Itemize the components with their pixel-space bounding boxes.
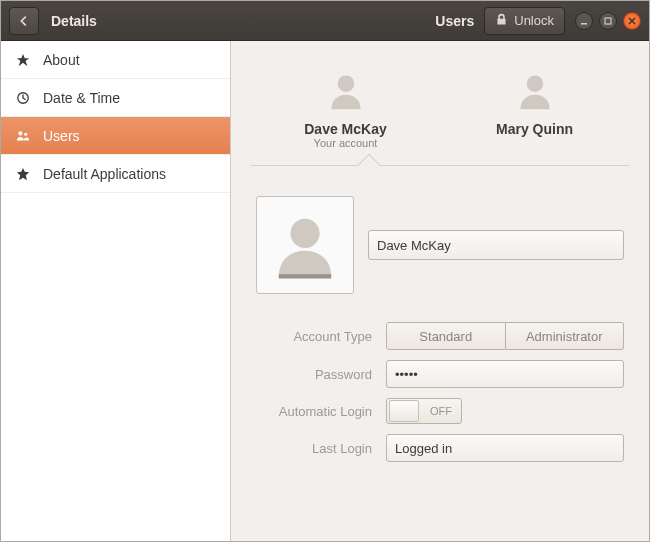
tab-divider xyxy=(251,165,629,166)
user-tabs: Dave McKay Your account Mary Quinn xyxy=(231,41,649,165)
unlock-button[interactable]: Unlock xyxy=(484,7,565,35)
avatar-selector[interactable] xyxy=(256,196,354,294)
unlock-label: Unlock xyxy=(514,13,554,28)
sidebar-item-label: Date & Time xyxy=(43,90,120,106)
sidebar-item-label: About xyxy=(43,52,80,68)
account-type-toggle[interactable]: Standard Administrator xyxy=(386,322,624,350)
automatic-login-toggle[interactable]: OFF xyxy=(386,398,462,424)
sidebar-item-default-apps[interactable]: Default Applications xyxy=(1,155,230,193)
users-icon xyxy=(15,128,31,144)
section-name: Users xyxy=(435,13,474,29)
svg-point-5 xyxy=(337,75,354,92)
svg-point-6 xyxy=(526,75,543,92)
clock-icon xyxy=(15,90,31,106)
avatar-icon xyxy=(251,69,440,117)
sidebar-item-about[interactable]: About xyxy=(1,41,230,79)
sidebar-item-label: Default Applications xyxy=(43,166,166,182)
page-title: Details xyxy=(51,13,97,29)
minimize-button[interactable] xyxy=(575,12,593,30)
label-account-type: Account Type xyxy=(256,329,386,344)
sidebar-item-datetime[interactable]: Date & Time xyxy=(1,79,230,117)
close-button[interactable] xyxy=(623,12,641,30)
svg-point-4 xyxy=(24,132,27,135)
back-button[interactable] xyxy=(9,7,39,35)
lock-icon xyxy=(495,13,508,29)
account-type-standard[interactable]: Standard xyxy=(386,322,506,350)
svg-rect-8 xyxy=(279,274,332,278)
account-type-admin[interactable]: Administrator xyxy=(506,322,625,350)
sidebar-item-label: Users xyxy=(43,128,80,144)
user-detail: Account Type Standard Administrator Pass… xyxy=(231,166,649,492)
maximize-button[interactable] xyxy=(599,12,617,30)
user-tab[interactable]: Mary Quinn xyxy=(440,69,629,165)
star-icon xyxy=(15,166,31,182)
fullname-input[interactable] xyxy=(368,230,624,260)
plus-icon xyxy=(15,52,31,68)
avatar-icon xyxy=(440,69,629,117)
toggle-knob xyxy=(389,400,419,422)
svg-rect-0 xyxy=(581,23,587,25)
last-login-value[interactable]: Logged in xyxy=(386,434,624,462)
user-tab-selected[interactable]: Dave McKay Your account xyxy=(251,69,440,165)
user-tab-name: Dave McKay xyxy=(251,121,440,137)
label-password: Password xyxy=(256,367,386,382)
svg-point-7 xyxy=(290,219,319,248)
label-auto-login: Automatic Login xyxy=(256,404,386,419)
user-tab-name: Mary Quinn xyxy=(440,121,629,137)
svg-point-3 xyxy=(18,131,22,135)
titlebar: Details Users Unlock xyxy=(1,1,649,41)
toggle-state: OFF xyxy=(421,405,461,417)
svg-rect-1 xyxy=(605,18,611,24)
window-controls xyxy=(575,12,641,30)
sidebar: About Date & Time Users Default Applicat… xyxy=(1,41,231,541)
user-tab-subtitle: Your account xyxy=(251,137,440,149)
main-panel: Dave McKay Your account Mary Quinn xyxy=(231,41,649,541)
label-last-login: Last Login xyxy=(256,441,386,456)
sidebar-item-users[interactable]: Users xyxy=(1,117,230,155)
password-field[interactable]: ••••• xyxy=(386,360,624,388)
